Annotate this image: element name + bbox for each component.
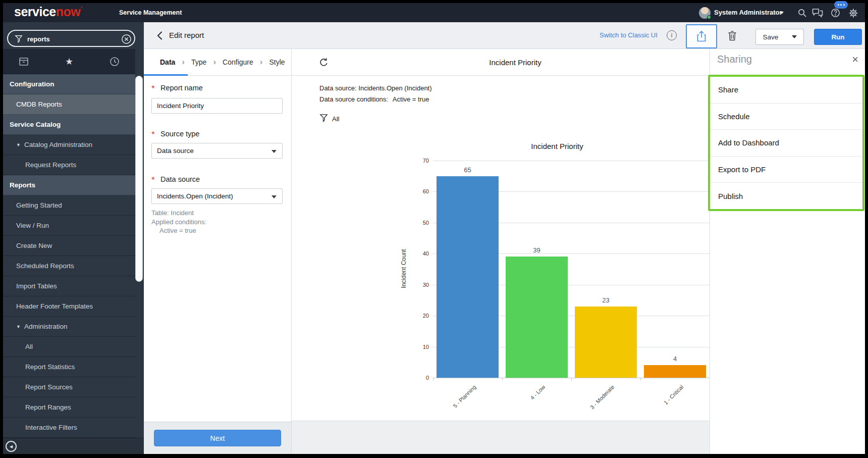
source-type-value: Data source bbox=[157, 147, 194, 155]
sidebar-item-view-run[interactable]: View / Run bbox=[3, 216, 135, 236]
chart-x-tick-mark bbox=[502, 378, 503, 381]
sidebar-item-label: Administration bbox=[24, 323, 68, 330]
delete-trash-icon[interactable] bbox=[727, 30, 737, 41]
sharing-menu-item-publish[interactable]: Publish bbox=[710, 183, 862, 209]
close-icon[interactable]: × bbox=[852, 54, 858, 65]
sidebar-item-getting-started[interactable]: Getting Started bbox=[3, 195, 135, 216]
data-source-meta: Table: Incident Applied conditions: Acti… bbox=[151, 209, 206, 235]
sidebar-item-cmdb-reports[interactable]: CMDB Reports bbox=[3, 94, 135, 115]
notification-badge[interactable] bbox=[834, 1, 848, 9]
sidebar-scrollbar[interactable] bbox=[135, 76, 143, 282]
sharing-menu-item-schedule[interactable]: Schedule bbox=[710, 104, 862, 130]
meta-conditions-line: Applied conditions: bbox=[151, 218, 206, 227]
chart-bar-4-low[interactable] bbox=[506, 257, 568, 378]
history-clock-icon[interactable] bbox=[110, 57, 120, 67]
share-icon bbox=[696, 31, 707, 42]
data-source-select[interactable]: Incidents.Open (Incident) bbox=[151, 188, 283, 204]
sidebar-search-input[interactable]: reports bbox=[7, 30, 135, 47]
chevron-right-icon: › bbox=[213, 57, 216, 67]
chart-x-tick-label: 3 - Moderate bbox=[588, 384, 615, 411]
sidebar-item-report-sources[interactable]: Report Sources bbox=[3, 377, 135, 397]
all-applications-icon[interactable] bbox=[19, 57, 29, 67]
sidebar-item-service-catalog[interactable]: Service Catalog bbox=[3, 115, 135, 135]
sidebar-item-catalog-administration[interactable]: ▼Catalog Administration bbox=[3, 135, 135, 155]
data-source-required: * bbox=[151, 176, 155, 185]
sidebar-item-request-reports[interactable]: Request Reports bbox=[3, 155, 135, 175]
user-caret-down-icon[interactable] bbox=[780, 12, 784, 14]
sharing-menu-item-add-to-dashboard[interactable]: Add to Dashboard bbox=[710, 130, 862, 157]
caret-down-icon bbox=[792, 35, 797, 38]
chart-bar-1-critical[interactable] bbox=[644, 365, 706, 378]
chart-x-tick-label: 5 - Planning bbox=[452, 384, 477, 409]
chevron-right-icon: › bbox=[182, 57, 185, 67]
sidebar-item-create-new[interactable]: Create New bbox=[3, 236, 135, 256]
sidebar-item-label: Getting Started bbox=[16, 201, 62, 209]
source-type-select[interactable]: Data source bbox=[151, 143, 283, 159]
clear-search-icon[interactable] bbox=[121, 34, 132, 44]
sidebar-item-reports[interactable]: Reports bbox=[3, 175, 135, 195]
switch-to-classic-link[interactable]: Switch to Classic UI bbox=[600, 22, 658, 48]
tab-data[interactable]: Data bbox=[160, 58, 175, 66]
wizard-tabs: Data›Type›Configure›Style bbox=[144, 49, 291, 76]
preview-footer bbox=[292, 421, 710, 454]
sidebar-item-all[interactable]: All bbox=[3, 337, 135, 357]
user-avatar[interactable] bbox=[699, 7, 711, 19]
chart-bar-5-planning[interactable] bbox=[437, 176, 499, 378]
chart-y-tick-label: 40 bbox=[408, 250, 429, 257]
report-name-value: Incident Priority bbox=[157, 102, 204, 110]
sidebar-item-report-statistics[interactable]: Report Statistics bbox=[3, 357, 135, 377]
top-banner: servicenow Service Management System Adm… bbox=[3, 3, 865, 22]
chart-x-tick-label: 4 - Low bbox=[529, 384, 546, 401]
chat-icon[interactable] bbox=[812, 8, 823, 18]
chart-bar-value: 65 bbox=[437, 166, 499, 174]
sidebar-item-import-tables[interactable]: Import Tables bbox=[3, 276, 135, 296]
chart-y-tick-label: 30 bbox=[408, 282, 429, 288]
chart-y-tick-label: 70 bbox=[408, 158, 429, 164]
user-menu[interactable]: System Administrator bbox=[714, 3, 782, 22]
tab-type[interactable]: Type bbox=[191, 58, 206, 66]
sharing-menu-item-export-to-pdf[interactable]: Export to PDF bbox=[710, 157, 862, 183]
sidebar-item-label: Report Sources bbox=[25, 383, 73, 391]
sidebar-item-scheduled-reports[interactable]: Scheduled Reports bbox=[3, 256, 135, 276]
sidebar-item-header-footer-templates[interactable]: Header Footer Templates bbox=[3, 296, 135, 317]
chart-y-tick-label: 20 bbox=[408, 313, 429, 319]
gear-icon[interactable] bbox=[848, 8, 858, 18]
chart-plot: 010203040506070655 - Planning394 - Low23… bbox=[292, 49, 710, 454]
report-name-input[interactable]: Incident Priority bbox=[151, 98, 283, 114]
sidebar-item-administration[interactable]: ▼Administration bbox=[3, 317, 135, 337]
sidebar-item-label: Catalog Administration bbox=[24, 141, 92, 148]
chart-bar-3-moderate[interactable] bbox=[575, 307, 637, 378]
sidebar-item-interactive-filters[interactable]: Interactive Filters bbox=[3, 418, 135, 438]
tab-style[interactable]: Style bbox=[269, 58, 285, 66]
save-dropdown-button[interactable] bbox=[785, 29, 804, 45]
search-icon[interactable] bbox=[797, 8, 807, 18]
chart-bar-value: 23 bbox=[575, 296, 637, 304]
sidebar-item-report-ranges[interactable]: Report Ranges bbox=[3, 397, 135, 418]
chart-x-tick-mark bbox=[433, 378, 433, 381]
favorites-star-icon[interactable]: ★ bbox=[64, 57, 74, 67]
sharing-menu-item-share[interactable]: Share bbox=[710, 77, 862, 104]
share-button[interactable] bbox=[686, 24, 717, 48]
chart-x-tick-mark bbox=[640, 378, 641, 381]
caret-down-icon: ▼ bbox=[16, 324, 21, 329]
sidebar-item-label: View / Run bbox=[16, 222, 49, 229]
sidebar-item-label: Configuration bbox=[10, 80, 54, 88]
chart-bar-value: 4 bbox=[644, 355, 706, 363]
meta-condition-value: Active = true bbox=[151, 226, 206, 235]
run-button[interactable]: Run bbox=[814, 29, 862, 45]
caret-down-icon bbox=[272, 195, 277, 198]
tab-configure[interactable]: Configure bbox=[223, 58, 253, 66]
report-name-required: * bbox=[151, 84, 155, 93]
sidebar-item-label: Service Catalog bbox=[10, 121, 61, 128]
sidebar-item-configuration[interactable]: Configuration bbox=[3, 74, 135, 94]
sharing-menu: ShareScheduleAdd to DashboardExport to P… bbox=[708, 75, 864, 211]
page-title: Edit report bbox=[169, 22, 204, 48]
help-icon[interactable] bbox=[831, 8, 840, 18]
next-button[interactable]: Next bbox=[154, 430, 281, 446]
collapse-sidebar-button[interactable]: ◀ bbox=[6, 441, 17, 452]
save-button[interactable]: Save bbox=[755, 29, 786, 45]
back-chevron-icon[interactable] bbox=[157, 31, 162, 40]
chart-bar-value: 39 bbox=[506, 246, 568, 254]
info-icon[interactable]: i bbox=[667, 30, 677, 40]
sidebar-nav: ConfigurationCMDB ReportsService Catalog… bbox=[3, 74, 135, 438]
